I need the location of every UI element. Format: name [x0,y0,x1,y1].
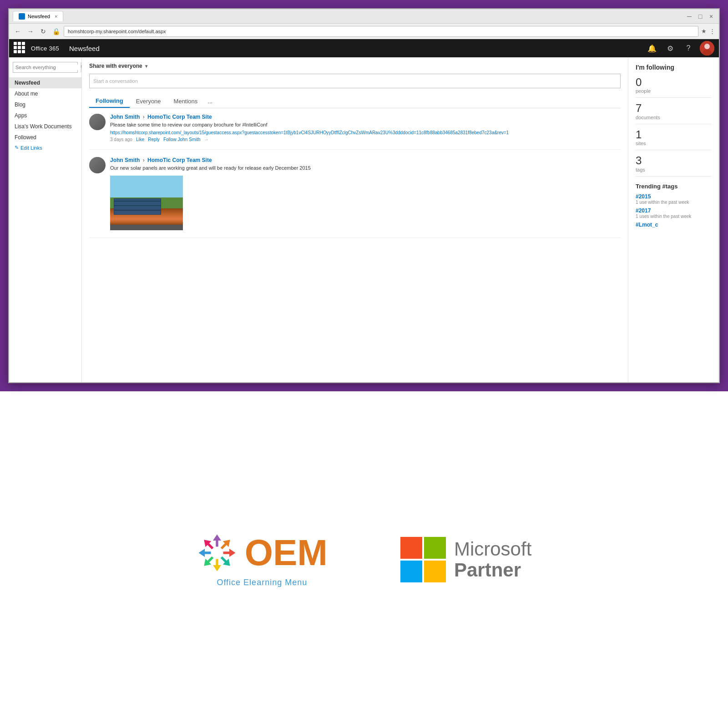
settings-btn[interactable]: ⚙ [663,41,677,55]
sidebar-item-label: About me [15,91,38,97]
waffle-dot [22,46,25,49]
sidebar-item-apps[interactable]: Apps [9,110,81,121]
solar-panels [114,198,161,215]
post-link[interactable]: https://homshtcorp.sharepoint.com/_layou… [110,130,621,135]
tab-following[interactable]: Following [89,95,130,108]
back-btn[interactable]: ← [13,26,23,36]
post-arrow: › [143,157,145,163]
sidebar-item-label: Blog [15,101,25,108]
ms-blue-square [400,561,422,582]
sidebar-item-label: Apps [15,112,27,119]
tag-name[interactable]: #2017 [636,207,712,214]
edit-links-btn[interactable]: ✎ Edit Links [9,143,81,152]
logos-area: OEM Office Elearning Menu Microsoft Part… [0,391,728,728]
ms-logo-grid [400,537,446,582]
help-btn[interactable]: ? [682,41,695,55]
address-bar: ← → ↻ 🔒 ★ ⋮ [9,24,719,39]
o365-nav-bar: Office 365 Newsfeed 🔔 ⚙ ? [9,39,719,57]
compose-box[interactable]: Start a conversation [89,74,621,88]
sidebar: 🔍 Newsfeed About me Blog Apps Lisa's Wor… [9,57,82,382]
maximize-btn[interactable]: □ [696,12,704,20]
app-launcher-btn[interactable] [14,42,26,55]
compose-placeholder: Start a conversation [93,78,138,84]
app-name-title: Newsfeed [69,45,100,52]
follow-btn[interactable]: Follow John Smith [163,137,201,142]
right-panel: I'm following 0 people 7 documents 1 sit… [628,57,719,382]
post-body: John Smith › HomoTic Corp Team Site Our … [110,157,621,230]
post-author[interactable]: John Smith [110,157,140,163]
ms-partner-logo: Microsoft Partner [400,537,531,582]
tag-name[interactable]: #Lmot_c [636,222,712,228]
sidebar-item-about-me[interactable]: About me [9,88,81,99]
ms-red-square [400,537,422,559]
feed-tabs: Following Everyone Mentions ... [89,95,621,108]
share-dropdown-arrow[interactable]: ▼ [144,64,149,69]
more-options[interactable]: → [204,137,209,142]
stat-tags-label: tags [636,167,712,177]
avatar-img [89,114,106,130]
waffle-dot [14,46,17,49]
like-btn[interactable]: Like [136,137,144,142]
browser-window: Newsfeed × ─ □ × ← → ↻ 🔒 ★ ⋮ [8,8,720,383]
tag-item: #2017 1 uses within the past week [636,207,712,219]
feed-area: Share with everyone ▼ Start a conversati… [82,57,628,382]
ms-partner-role: Partner [454,560,531,581]
tab-mentions[interactable]: Mentions [167,95,204,107]
sidebar-item-work-docs[interactable]: Lisa's Work Documents [9,121,81,132]
bookmark-icon[interactable]: ★ [701,28,707,35]
post-body: John Smith › HomoTic Corp Team Site Plea… [110,114,621,142]
post-card: John Smith › HomoTic Corp Team Site Our … [89,157,621,238]
stat-tags-num: 3 [636,155,712,167]
waffle-dot [18,46,21,49]
sidebar-item-newsfeed[interactable]: Newsfeed [9,77,81,88]
post-author-avatar [89,114,106,130]
right-panel-title: I'm following [636,64,712,71]
sidebar-item-followed[interactable]: Followed [9,132,81,143]
tab-close-btn[interactable]: × [55,14,57,19]
ms-partner-text: Microsoft Partner [454,539,531,581]
post-destination[interactable]: HomoTic Corp Team Site [147,157,212,163]
stat-sites-label: sites [636,141,712,150]
stat-sites-num: 1 [636,129,712,141]
oem-main-text: OEM [245,535,328,571]
tab-title: Newsfeed [28,14,50,19]
post-author-avatar [89,157,106,173]
url-input[interactable] [64,26,698,37]
refresh-btn[interactable]: ↻ [38,26,48,36]
notifications-btn[interactable]: 🔔 [645,41,659,55]
stat-docs-num: 7 [636,102,712,114]
tag-desc: 1 use within the past week [636,200,712,205]
tag-item: #Lmot_c [636,222,712,228]
post-author[interactable]: John Smith [110,114,140,120]
waffle-dot [18,50,21,53]
sharepoint-favicon [19,13,25,20]
waffle-dot [22,42,25,45]
edit-links-label: Edit Links [20,145,42,151]
trending-header: Trending #tags [636,183,712,190]
post-meta: 3 days ago Like Reply Follow John Smith … [110,137,621,142]
tab-everyone[interactable]: Everyone [130,95,167,107]
close-btn[interactable]: × [707,12,715,20]
minimize-btn[interactable]: ─ [685,12,693,20]
waffle-dot [22,50,25,53]
post-image-solar [110,176,183,230]
search-box[interactable]: 🔍 [13,62,78,73]
stat-people-num: 0 [636,76,712,88]
reply-btn[interactable]: Reply [148,137,160,142]
post-destination[interactable]: HomoTic Corp Team Site [147,114,212,120]
user-avatar[interactable] [700,41,714,56]
search-input[interactable] [13,65,81,70]
tag-name[interactable]: #2015 [636,193,712,200]
avatar-img [89,157,106,173]
waffle-dot [14,42,17,45]
tab-more[interactable]: ... [204,95,216,107]
share-with-label: Share with everyone [89,63,142,69]
outer-wrapper: Newsfeed × ─ □ × ← → ↻ 🔒 ★ ⋮ [0,0,728,391]
browser-tab[interactable]: Newsfeed × [13,11,63,21]
svg-point-1 [704,44,710,49]
solar-roof-bg [110,176,183,230]
forward-btn[interactable]: → [25,26,35,36]
more-icon[interactable]: ⋮ [709,28,715,35]
pencil-icon: ✎ [15,145,19,151]
sidebar-item-blog[interactable]: Blog [9,99,81,110]
